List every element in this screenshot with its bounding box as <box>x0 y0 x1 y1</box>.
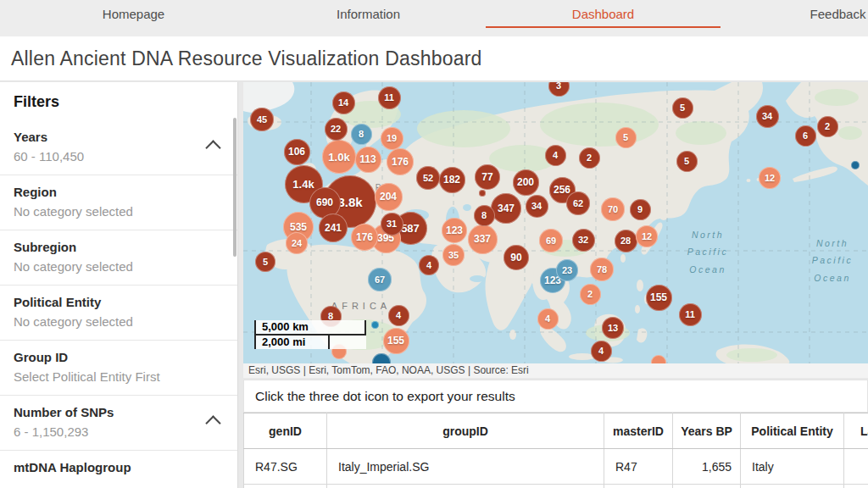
map-cluster[interactable]: 31 <box>381 213 403 236</box>
filter-years[interactable]: Years 60 - 110,450 <box>0 120 237 175</box>
map-cluster[interactable]: 9 <box>630 199 651 220</box>
nav-tab-information[interactable]: Information <box>251 0 486 28</box>
map-cluster[interactable]: 4 <box>388 305 409 326</box>
map-dot[interactable] <box>651 355 666 363</box>
map-cluster[interactable]: 176 <box>351 224 378 251</box>
map-dot[interactable] <box>372 353 391 363</box>
map-cluster[interactable]: 200 <box>513 169 539 196</box>
filter-label: Region <box>14 185 224 199</box>
column-header[interactable]: groupID <box>327 413 604 449</box>
map-cluster[interactable]: 106 <box>284 139 310 165</box>
map-cluster[interactable]: 34 <box>526 195 548 218</box>
map-cluster[interactable]: 90 <box>504 245 529 270</box>
map-dot[interactable] <box>851 161 860 169</box>
filter-value: No category selected <box>14 314 224 330</box>
filters-heading: Filters <box>0 82 237 120</box>
map-cluster[interactable]: 5 <box>676 151 698 172</box>
map-cluster[interactable]: 2 <box>579 147 600 169</box>
filter-region[interactable]: Region No category selected <box>0 175 237 230</box>
column-header[interactable]: Lat <box>844 413 868 449</box>
map-cluster[interactable]: 182 <box>439 167 465 193</box>
map-cluster[interactable]: 4 <box>545 145 566 166</box>
nav-tab-feedback[interactable]: Feedback <box>721 0 868 28</box>
map-cluster[interactable]: 69 <box>539 229 563 252</box>
filter-label: Number of SNPs <box>14 405 224 419</box>
filter-number-of-snps[interactable]: Number of SNPs 6 - 1,150,293 <box>0 396 237 451</box>
nav-tab-homepage[interactable]: Homepage <box>16 0 251 28</box>
map-cluster[interactable]: 12 <box>759 167 781 189</box>
map-cluster[interactable]: 5 <box>615 127 637 148</box>
map-cluster[interactable]: 6 <box>795 125 816 147</box>
results-table: genIDgroupIDmasterIDYears BPPolitical En… <box>243 413 868 488</box>
map-cluster[interactable]: 8 <box>351 124 372 145</box>
map-canvas[interactable]: EUROPE AFRICA 3.8k1.4k1.0k58769034753539… <box>243 82 868 363</box>
map-cluster[interactable]: 34 <box>756 105 779 128</box>
map-cluster[interactable]: 4 <box>537 308 559 330</box>
column-header[interactable]: masterID <box>604 413 673 449</box>
map-cluster[interactable]: 347 <box>491 193 521 224</box>
map-cluster[interactable]: 204 <box>375 183 403 211</box>
column-header[interactable]: Political Entity <box>741 413 844 449</box>
map-cluster[interactable]: 45 <box>250 108 274 131</box>
table-cell: 1,655 <box>673 449 741 485</box>
map-cluster[interactable]: 241 <box>319 214 348 242</box>
table-row[interactable] <box>244 485 868 488</box>
map-cluster[interactable]: 5 <box>255 252 275 272</box>
results-table-panel[interactable]: genIDgroupIDmasterIDYears BPPolitical En… <box>243 413 868 488</box>
map-cluster[interactable]: 11 <box>378 86 401 109</box>
map-cluster[interactable]: 78 <box>590 258 614 281</box>
map-cluster[interactable]: 13 <box>602 317 624 339</box>
map-cluster[interactable]: 155 <box>646 285 672 311</box>
map-cluster[interactable]: 8 <box>474 205 495 226</box>
filter-political-entity[interactable]: Political Entity No category selected <box>0 286 237 341</box>
table-cell <box>604 485 673 488</box>
map-dot[interactable] <box>371 321 379 329</box>
column-header[interactable]: Years BP <box>673 413 741 449</box>
results-table-body: R47.SGItaly_Imperial.SGR471,655Italy <box>244 449 868 488</box>
map-cluster[interactable]: 70 <box>601 197 625 221</box>
table-row[interactable]: R47.SGItaly_Imperial.SGR471,655Italy <box>244 449 868 485</box>
map-cluster[interactable]: 24 <box>286 232 308 254</box>
results-table-header-row: genIDgroupIDmasterIDYears BPPolitical En… <box>244 413 868 449</box>
map-cluster[interactable]: 22 <box>325 118 348 141</box>
map-cluster[interactable]: 155 <box>383 328 409 354</box>
table-cell <box>844 449 868 485</box>
map-cluster[interactable]: 1.0k <box>322 140 356 174</box>
map-cluster[interactable]: 4 <box>591 341 612 362</box>
map-cluster[interactable]: 52 <box>416 166 440 190</box>
table-cell: R47.SG <box>244 449 327 485</box>
column-header[interactable]: genID <box>244 413 327 449</box>
map-cluster[interactable]: 35 <box>442 244 465 266</box>
filter-label: Political Entity <box>14 295 224 309</box>
map-cluster[interactable]: 337 <box>468 225 498 254</box>
map-cluster[interactable]: 5 <box>672 97 693 119</box>
top-nav: Homepage Information Dashboard Feedback <box>0 0 868 36</box>
filter-subregion[interactable]: Subregion No category selected <box>0 230 237 286</box>
filter-mtdna-haplogroup[interactable]: mtDNA Haplogroup <box>0 451 237 488</box>
map-cluster[interactable]: 4 <box>419 255 439 275</box>
map-dot[interactable] <box>479 190 486 197</box>
sidebar-scrollbar[interactable] <box>233 118 236 257</box>
table-cell <box>844 485 868 488</box>
ocean-label-pacific-east: North Pacific Ocean <box>800 235 865 286</box>
map-cluster[interactable]: 176 <box>387 148 414 175</box>
map-cluster[interactable]: 67 <box>368 268 392 291</box>
map-cluster[interactable]: 3 <box>548 82 570 97</box>
map-cluster[interactable]: 2 <box>817 116 838 137</box>
map-cluster[interactable]: 11 <box>679 303 702 326</box>
map-cluster[interactable]: 32 <box>572 229 595 252</box>
filter-group-id[interactable]: Group ID Select Political Entity First <box>0 341 237 396</box>
map-cluster[interactable]: 2 <box>580 284 601 305</box>
map-cluster[interactable]: 113 <box>355 147 381 173</box>
map-cluster[interactable]: 62 <box>566 191 590 215</box>
nav-tab-dashboard[interactable]: Dashboard <box>486 0 721 28</box>
map-cluster[interactable]: 28 <box>615 230 637 252</box>
map-cluster[interactable]: 77 <box>475 164 500 190</box>
table-cell: R47 <box>604 449 673 485</box>
map-cluster[interactable]: 12 <box>636 225 658 247</box>
map-cluster[interactable]: 14 <box>332 92 355 114</box>
map-cluster[interactable]: 19 <box>381 127 403 150</box>
table-cell <box>327 485 604 488</box>
map-cluster[interactable]: 123 <box>442 218 467 243</box>
map-cluster[interactable]: 23 <box>556 259 578 281</box>
